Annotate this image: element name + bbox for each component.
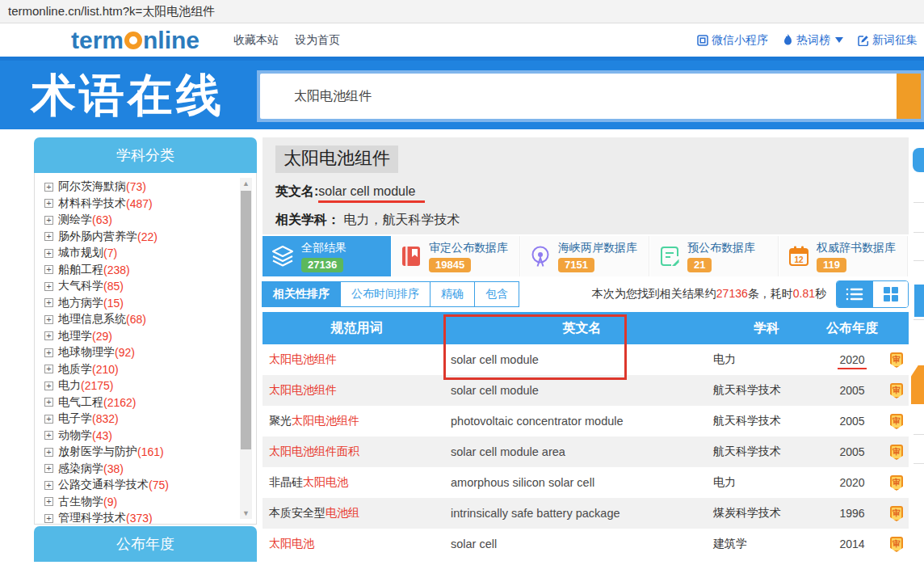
expand-plus-icon[interactable]: + xyxy=(44,298,53,307)
table-row[interactable]: 聚光太阳电池组件 photovoltaic concentrator modul… xyxy=(262,406,909,436)
sidebar-category-item[interactable]: + 大气科学(85) xyxy=(44,278,233,295)
approved-stamp-icon[interactable]: 审 xyxy=(890,445,903,460)
floating-divider xyxy=(914,202,924,203)
sidebar-category-item[interactable]: + 船舶工程(238) xyxy=(44,262,233,279)
bookmark-site-link[interactable]: 收藏本站 xyxy=(233,33,279,48)
list-view-button[interactable] xyxy=(837,281,872,307)
subject-category-header[interactable]: 学科分类 xyxy=(34,137,257,173)
sidebar-category-item[interactable]: + 动物学(43) xyxy=(44,428,233,445)
scrollbar-thumb[interactable] xyxy=(241,191,251,449)
sidebar-category-item[interactable]: + 城市规划(7) xyxy=(44,245,233,262)
expand-plus-icon[interactable]: + xyxy=(44,331,53,340)
floating-widget-middle[interactable] xyxy=(914,285,924,317)
sidebar-category-item[interactable]: + 地质学(210) xyxy=(44,361,233,378)
sidebar-category-item[interactable]: + 放射医学与防护(161) xyxy=(44,444,233,461)
term-cell[interactable]: 太阳电池 xyxy=(262,537,451,551)
expand-plus-icon[interactable]: + xyxy=(44,249,53,258)
sidebar-category-item[interactable]: + 公路交通科学技术(75) xyxy=(44,477,233,494)
expand-plus-icon[interactable]: + xyxy=(44,216,53,225)
sidebar-category-item[interactable]: + 肠外肠内营养学(22) xyxy=(44,229,233,246)
new-words-collection-link[interactable]: 新词征集 xyxy=(858,33,918,48)
approved-stamp-icon[interactable]: 审 xyxy=(890,537,903,552)
approved-stamp-icon[interactable]: 审 xyxy=(890,506,903,521)
hot-words-menu[interactable]: 热词榜 xyxy=(783,33,843,48)
grid-view-button[interactable] xyxy=(872,281,908,307)
sidebar-category-item[interactable]: + 地方病学(15) xyxy=(44,295,233,312)
approved-stamp-icon[interactable]: 审 xyxy=(890,352,903,368)
approved-stamp-icon[interactable]: 审 xyxy=(890,414,903,429)
scroll-up-icon[interactable]: ▲ xyxy=(240,178,252,189)
category-count: (238) xyxy=(103,264,130,276)
expand-plus-icon[interactable]: + xyxy=(44,183,53,192)
expand-plus-icon[interactable]: + xyxy=(44,365,53,373)
table-row[interactable]: 太阳电池组件 solar cell module 电力 2020 审 xyxy=(262,344,909,375)
expand-plus-icon[interactable]: + xyxy=(44,265,53,274)
expand-plus-icon[interactable]: + xyxy=(44,232,53,241)
sidebar-category-item[interactable]: + 电子学(832) xyxy=(44,411,233,428)
search-button[interactable] xyxy=(897,74,921,119)
term-cell[interactable]: 太阳电池组件 xyxy=(262,352,451,367)
expand-plus-icon[interactable]: + xyxy=(44,448,53,457)
term-cell[interactable]: 非晶硅太阳电池 xyxy=(262,475,451,490)
sidebar-category-item[interactable]: + 地理信息系统(68) xyxy=(44,311,233,328)
table-row[interactable]: 太阳电池组件 solar cell module 航天科学技术 2005 审 xyxy=(262,375,909,406)
expand-plus-icon[interactable]: + xyxy=(44,315,53,324)
publish-year-header[interactable]: 公布年度 xyxy=(34,526,257,562)
approved-stamp-icon[interactable]: 审 xyxy=(890,475,903,491)
termonline-logo[interactable]: termnline xyxy=(71,23,200,57)
subject-cell: 煤炭科学技术 xyxy=(713,506,820,521)
sidebar-category-item[interactable]: + 管理科学技术(373) xyxy=(44,510,233,525)
floating-widget-top[interactable] xyxy=(913,148,924,172)
search-input[interactable] xyxy=(260,74,897,119)
term-cell[interactable]: 太阳电池组件面积 xyxy=(262,445,451,459)
subject-cell: 电力 xyxy=(713,352,820,367)
tab-prepublish-database[interactable]: 预公布数据库21 xyxy=(650,236,779,276)
site-name-logo[interactable]: 术语在线 xyxy=(31,65,225,127)
sort-relevance-button[interactable]: 相关性排序 xyxy=(262,281,341,307)
sidebar-category-item[interactable]: + 材料科学技术(487) xyxy=(44,196,233,213)
term-cell[interactable]: 太阳电池组件 xyxy=(262,383,451,398)
approved-stamp-icon[interactable]: 审 xyxy=(890,383,903,398)
sidebar-category-item[interactable]: + 电气工程(2162) xyxy=(44,394,233,411)
sidebar-category-item[interactable]: + 感染病学(38) xyxy=(44,461,233,478)
year-cell: 2005 xyxy=(820,445,884,458)
sidebar-category-item[interactable]: + 地理学(29) xyxy=(44,328,233,345)
english-cell: intrinsically safe battery package xyxy=(451,507,713,520)
expand-plus-icon[interactable]: + xyxy=(44,497,53,506)
table-row[interactable]: 本质安全型电池组 intrinsically safe battery pack… xyxy=(262,498,909,529)
wechat-miniprogram-link[interactable]: 微信小程序 xyxy=(697,33,768,48)
sidebar-category-item[interactable]: + 测绘学(63) xyxy=(44,212,233,229)
sidebar-category-item[interactable]: + 阿尔茨海默病(73) xyxy=(44,179,233,196)
category-name: 动物学 xyxy=(58,428,92,443)
expand-plus-icon[interactable]: + xyxy=(44,199,53,208)
match-exact-button[interactable]: 精确 xyxy=(430,281,475,307)
tab-approved-database[interactable]: 审定公布数据库19845 xyxy=(392,236,520,276)
expand-plus-icon[interactable]: + xyxy=(44,514,53,523)
expand-plus-icon[interactable]: + xyxy=(44,398,53,407)
sort-publish-time-button[interactable]: 公布时间排序 xyxy=(340,281,430,307)
tab-dictionary-database[interactable]: 12 权威辞书数据库119 xyxy=(779,236,908,276)
expand-plus-icon[interactable]: + xyxy=(44,382,53,390)
browser-address-bar[interactable]: termonline.cn/list.htm?k=太阳电池组件 xyxy=(0,0,924,23)
sidebar-category-item[interactable]: + 电力(2175) xyxy=(44,377,233,394)
expand-plus-icon[interactable]: + xyxy=(44,481,53,490)
expand-plus-icon[interactable]: + xyxy=(44,415,53,424)
term-cell[interactable]: 聚光太阳电池组件 xyxy=(262,414,451,428)
set-homepage-link[interactable]: 设为首页 xyxy=(295,33,340,48)
table-row[interactable]: 太阳电池 solar cell 建筑学 2014 审 xyxy=(262,529,909,559)
expand-plus-icon[interactable]: + xyxy=(44,348,53,357)
sidebar-scrollbar[interactable]: ▲ ▼ xyxy=(240,178,252,519)
sidebar-category-item[interactable]: + 地球物理学(92) xyxy=(44,344,233,361)
term-cell[interactable]: 本质安全型电池组 xyxy=(262,506,451,521)
table-row[interactable]: 太阳电池组件面积 solar cell module area 航天科学技术 2… xyxy=(262,436,909,467)
expand-plus-icon[interactable]: + xyxy=(44,282,53,291)
sidebar-category-item[interactable]: + 古生物学(9) xyxy=(44,494,233,511)
tab-cross-strait-database[interactable]: 海峡两岸数据库7151 xyxy=(521,236,649,276)
expand-plus-icon[interactable]: + xyxy=(44,464,53,473)
tab-all-results[interactable]: 全部结果27136 xyxy=(262,236,391,276)
expand-plus-icon[interactable]: + xyxy=(44,431,53,440)
scroll-down-icon[interactable]: ▼ xyxy=(240,508,252,519)
table-row[interactable]: 非晶硅太阳电池 amorphous silicon solar cell 电力 … xyxy=(262,467,909,498)
miniprogram-icon xyxy=(697,35,708,46)
match-contains-button[interactable]: 包含 xyxy=(474,281,519,307)
